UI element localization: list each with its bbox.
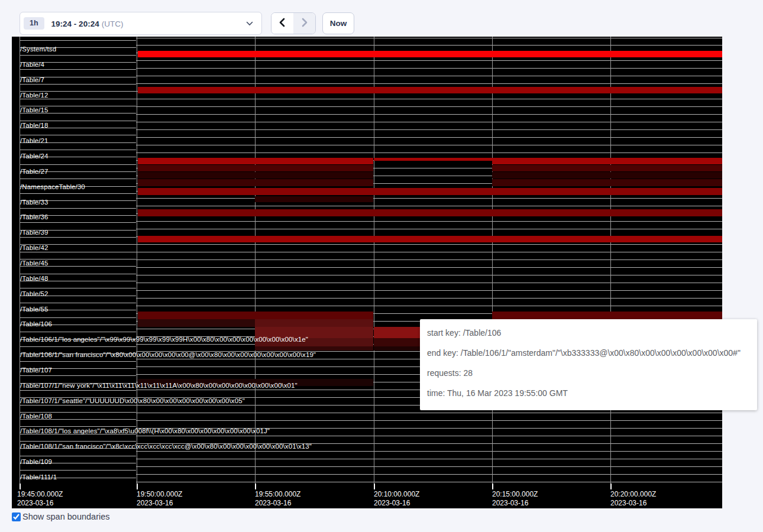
row-label: /Table/27 <box>20 167 49 176</box>
row-label: /Table/107/1/"new york"/"\x11\x11\x11\x1… <box>20 381 298 390</box>
heat-band <box>492 165 722 171</box>
heat-band <box>138 87 722 93</box>
show-span-boundaries-label[interactable]: Show span boundaries <box>22 512 110 521</box>
heat-band <box>138 319 255 327</box>
x-axis-label: 19:45:00.000Z2023-03-16 <box>17 490 63 508</box>
row-label: /Table/52 <box>20 290 49 298</box>
time-range-select[interactable]: 1h 19:24 - 20:24(UTC) <box>20 12 262 35</box>
heat-band <box>138 209 722 216</box>
row-label: /Table/106/1/"los angeles"/"\x99\x99\x99… <box>20 335 308 343</box>
tooltip-field: end key: /Table/106/1/"amsterdam"/"\xb33… <box>427 343 750 363</box>
heat-band <box>255 346 373 351</box>
row-label: /Table/106/1/"san francisco"/"\x80\x00\x… <box>20 351 316 359</box>
heat-band <box>138 312 373 319</box>
cell-tooltip: start key: /Table/106end key: /Table/106… <box>420 319 757 410</box>
tooltip-field: start key: /Table/106 <box>427 323 750 343</box>
heat-band <box>138 236 722 242</box>
row-label: /Table/108 <box>20 412 52 420</box>
row-label: /Table/111/1 <box>20 473 57 481</box>
next-time-button[interactable] <box>293 13 315 34</box>
heat-band <box>492 158 722 164</box>
duration-badge: 1h <box>24 17 44 30</box>
x-axis-label: 19:55:00.000Z2023-03-16 <box>255 490 300 508</box>
time-nav-group <box>271 12 316 34</box>
row-label: /Table/107/1/"seattle"/"UUUUUUD\x00\x80\… <box>20 397 245 405</box>
heat-band <box>138 165 373 171</box>
row-label: /Table/15 <box>20 106 49 114</box>
footer-controls: Show span boundaries <box>12 512 110 521</box>
x-axis-label: 20:15:00.000Z2023-03-16 <box>492 490 538 508</box>
heat-band <box>255 319 373 327</box>
row-label: /Table/24 <box>20 152 49 160</box>
now-button[interactable]: Now <box>322 12 354 34</box>
chevron-right-icon <box>300 18 309 29</box>
heat-band <box>138 188 722 195</box>
x-axis-label: 20:10:00.000Z2023-03-16 <box>374 490 419 508</box>
row-label: /Table/7 <box>20 76 44 84</box>
row-label: /Table/33 <box>20 198 49 206</box>
heat-band <box>138 172 373 179</box>
row-label: /Table/109 <box>20 458 52 466</box>
row-label: /Table/45 <box>20 259 49 267</box>
heat-band <box>492 172 722 179</box>
row-label: /Table/36 <box>20 213 49 221</box>
x-axis-label: 19:50:00.000Z2023-03-16 <box>137 490 182 508</box>
heat-band <box>374 158 492 161</box>
key-visualizer-heatmap[interactable]: /System/tsd/Table/4/Table/7/Table/12/Tab… <box>12 37 722 508</box>
tooltip-field: time: Thu, 16 Mar 2023 19:55:00 GMT <box>427 383 750 403</box>
show-span-boundaries-checkbox[interactable] <box>12 512 21 521</box>
row-label: /NamespaceTable/30 <box>20 183 85 191</box>
row-label: /Table/18 <box>20 121 49 129</box>
heat-band <box>138 51 722 57</box>
chevron-left-icon <box>278 18 286 29</box>
heat-band <box>138 179 373 186</box>
row-label: /Table/107 <box>20 366 52 374</box>
row-label: /System/tsd <box>20 45 56 53</box>
prev-time-button[interactable] <box>271 13 293 34</box>
heat-band <box>492 312 722 319</box>
heat-band <box>138 158 373 164</box>
row-label: /Table/39 <box>20 228 49 236</box>
row-label: /Table/48 <box>20 274 49 283</box>
row-label: /Table/55 <box>20 305 49 313</box>
heat-band <box>255 196 373 202</box>
row-label: /Table/42 <box>20 244 49 252</box>
heat-band <box>492 179 722 186</box>
row-label: /Table/106 <box>20 320 52 328</box>
row-label: /Table/108/1/"los angeles"/"\xa8\xf5\u00… <box>20 427 270 435</box>
time-range-text: 19:24 - 20:24(UTC) <box>51 18 124 29</box>
row-label: /Table/4 <box>20 60 44 69</box>
x-axis-label: 20:20:00.000Z2023-03-16 <box>610 490 656 508</box>
tooltip-field: requests: 28 <box>427 363 750 383</box>
chevron-down-icon <box>246 21 253 26</box>
row-label: /Table/108/1/"san francisco"/"\x8c\xcc\x… <box>20 442 312 450</box>
row-label: /Table/21 <box>20 137 49 145</box>
row-label: /Table/12 <box>20 91 49 99</box>
